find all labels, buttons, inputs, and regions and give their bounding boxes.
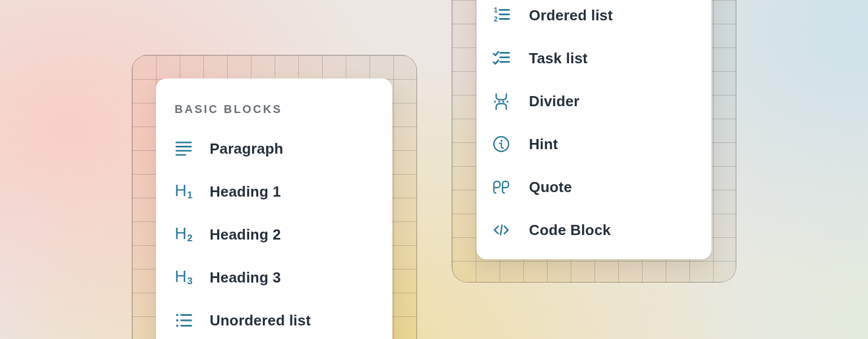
menu-item-label: Heading 3 — [210, 269, 281, 286]
menu-item-label: Divider — [529, 93, 580, 110]
svg-text:2: 2 — [494, 15, 498, 23]
menu-item-label: Hint — [529, 136, 558, 153]
menu-item-unordered-list[interactable]: Unordered list — [156, 299, 392, 339]
task-list-icon — [492, 49, 510, 67]
menu-item-label: Heading 2 — [210, 226, 281, 244]
heading-1-icon: H1 — [175, 182, 193, 201]
menu-item-label: Task list — [529, 50, 588, 67]
menu-item-heading-1[interactable]: H1 Heading 1 — [156, 170, 392, 213]
quote-icon — [492, 178, 510, 196]
menu-item-quote[interactable]: Quote — [476, 166, 711, 208]
menu-item-ordered-list[interactable]: 1 2 Ordered list — [476, 0, 711, 37]
advanced-blocks-menu: 1 2 Ordered list Task list — [476, 0, 711, 259]
heading-2-icon: H2 — [175, 225, 193, 244]
menu-item-heading-2[interactable]: H2 Heading 2 — [156, 213, 392, 256]
section-label: BASIC BLOCKS — [175, 102, 392, 116]
basic-blocks-menu: BASIC BLOCKS Paragraph H1 Heading 1 H2 — [156, 79, 392, 339]
menu-item-label: Quote — [529, 179, 572, 196]
ordered-list-icon: 1 2 — [492, 6, 510, 24]
menu-item-label: Ordered list — [529, 7, 613, 24]
unordered-list-icon — [175, 311, 193, 329]
menu-item-paragraph[interactable]: Paragraph — [156, 127, 392, 170]
svg-text:1: 1 — [494, 6, 498, 14]
paragraph-icon — [175, 140, 193, 158]
menu-item-divider[interactable]: Divider — [476, 80, 711, 123]
block-menu-illustration: BASIC BLOCKS Paragraph H1 Heading 1 H2 — [0, 0, 868, 339]
menu-item-code-block[interactable]: Code Block — [476, 208, 711, 251]
menu-item-label: Heading 1 — [210, 183, 281, 201]
menu-item-label: Unordered list — [210, 312, 311, 329]
menu-item-heading-3[interactable]: H3 Heading 3 — [156, 256, 392, 299]
menu-item-task-list[interactable]: Task list — [476, 37, 711, 80]
menu-item-label: Code Block — [529, 221, 611, 239]
menu-item-hint[interactable]: Hint — [476, 123, 711, 166]
hint-icon — [492, 135, 510, 153]
code-block-icon — [492, 221, 510, 239]
menu-item-label: Paragraph — [210, 140, 283, 158]
heading-3-icon: H3 — [175, 268, 193, 286]
divider-icon — [492, 92, 510, 110]
